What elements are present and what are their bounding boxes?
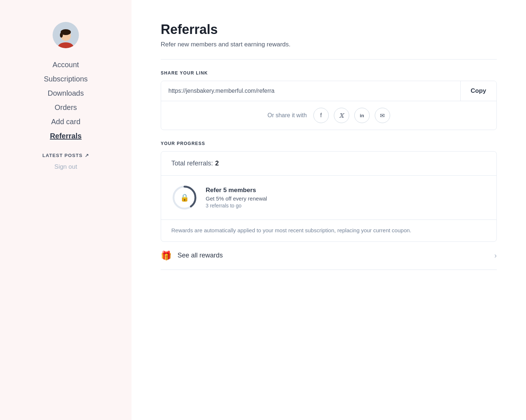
copy-button[interactable]: Copy	[460, 81, 497, 101]
email-icon: ✉	[380, 112, 385, 119]
progress-box: → Total referrals: 2 🔒 Refer 5 members G…	[161, 151, 497, 242]
reward-to-go: 3 referrals to go	[206, 203, 241, 209]
total-referrals-row: → Total referrals: 2	[161, 152, 496, 176]
share-box: Copy Or share it with f 𝕏 in ✉	[161, 81, 497, 130]
share-social-row: Or share it with f 𝕏 in ✉	[161, 101, 496, 130]
sidebar-navigation: Account Subscriptions Downloads Orders A…	[7, 58, 124, 142]
sidebar-item-account[interactable]: Account	[7, 58, 124, 71]
reward-title: Refer 5 members	[206, 187, 267, 194]
svg-point-0	[58, 42, 74, 48]
total-referrals-count: 2	[215, 160, 219, 167]
twitter-icon: 𝕏	[339, 112, 344, 119]
progress-section: YOUR PROGRESS → Total referrals: 2 🔒 R	[161, 141, 497, 242]
page-title: Referrals	[161, 22, 497, 37]
progress-circle: 🔒	[171, 184, 198, 211]
sidebar-item-referrals[interactable]: Referrals	[7, 130, 124, 142]
email-share-button[interactable]: ✉	[375, 108, 390, 123]
external-link-icon: ↗	[85, 153, 89, 158]
share-with-label: Or share it with	[267, 112, 307, 119]
latest-posts-label[interactable]: LATEST POSTS ↗	[42, 153, 89, 158]
link-row: Copy	[161, 81, 496, 101]
lock-icon: 🔒	[180, 193, 189, 202]
main-content: Referrals Refer new members and start ea…	[132, 0, 526, 420]
progress-section-label: YOUR PROGRESS	[161, 141, 497, 146]
sidebar-item-subscriptions[interactable]: Subscriptions	[7, 73, 124, 85]
total-referrals-label: Total referrals:	[171, 160, 213, 167]
sidebar: Account Subscriptions Downloads Orders A…	[0, 0, 132, 420]
sidebar-item-addcard[interactable]: Add card	[7, 115, 124, 128]
facebook-icon: f	[320, 112, 322, 119]
sidebar-item-downloads[interactable]: Downloads	[7, 87, 124, 100]
share-section-label: SHARE YOUR LINK	[161, 70, 497, 76]
linkedin-icon: in	[360, 113, 364, 118]
sidebar-item-orders[interactable]: Orders	[7, 101, 124, 114]
see-all-rewards-label: See all rewards	[178, 252, 488, 259]
referral-url-input[interactable]	[161, 81, 460, 101]
page-subtitle: Refer new members and start earning rewa…	[161, 41, 497, 48]
svg-point-3	[60, 33, 63, 38]
reward-description: Get 5% off every renewal	[206, 195, 267, 202]
facebook-share-button[interactable]: f	[313, 108, 329, 123]
twitter-share-button[interactable]: 𝕏	[334, 108, 349, 123]
chevron-right-icon: ›	[494, 251, 497, 260]
reward-info: Refer 5 members Get 5% off every renewal…	[206, 187, 267, 209]
sign-out-button[interactable]: Sign out	[54, 163, 77, 171]
avatar	[53, 22, 79, 48]
divider	[161, 59, 497, 60]
reward-item: 🔒 Refer 5 members Get 5% off every renew…	[161, 176, 496, 220]
see-all-rewards-link[interactable]: 🎁 See all rewards ›	[161, 242, 497, 270]
linkedin-share-button[interactable]: in	[354, 108, 370, 123]
rewards-note: Rewards are automatically applied to you…	[161, 220, 496, 241]
gift-icon: 🎁	[161, 251, 172, 261]
